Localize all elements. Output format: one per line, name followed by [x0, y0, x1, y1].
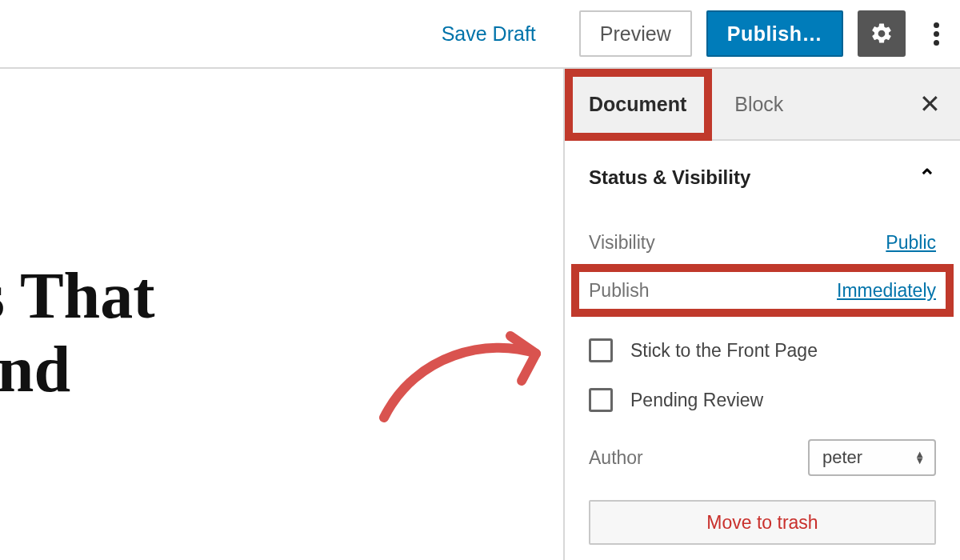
pending-checkbox[interactable]	[589, 388, 613, 412]
stick-label: Stick to the Front Page	[630, 340, 818, 362]
publish-label: Publish	[589, 280, 649, 302]
stick-checkbox[interactable]	[589, 338, 613, 362]
move-to-trash-button[interactable]: Move to trash	[589, 500, 936, 545]
pending-review-row: Pending Review	[589, 375, 936, 425]
author-label: Author	[589, 447, 643, 469]
gear-icon	[870, 22, 894, 46]
tab-document[interactable]: Document	[565, 69, 710, 139]
editor-canvas[interactable]: s That ind	[0, 69, 563, 560]
visibility-label: Visibility	[589, 232, 655, 254]
publish-value-link[interactable]: Immediately	[837, 280, 936, 302]
post-title[interactable]: s That ind	[0, 259, 155, 406]
top-toolbar: Save Draft Preview Publish…	[0, 0, 960, 69]
close-panel-button[interactable]: ✕	[919, 89, 941, 119]
settings-button[interactable]	[858, 10, 906, 57]
author-select-value: peter	[822, 447, 862, 468]
stick-front-page-row: Stick to the Front Page	[589, 326, 936, 375]
panel-toggle[interactable]: Status & Visibility ⌃	[589, 165, 936, 190]
status-visibility-panel: Status & Visibility ⌃ Visibility Public …	[565, 141, 960, 545]
select-stepper-icon: ▲▼	[914, 451, 925, 464]
sidebar-tabs: Document Block ✕	[565, 69, 960, 141]
panel-title: Status & Visibility	[589, 166, 750, 189]
save-draft-link[interactable]: Save Draft	[442, 22, 536, 46]
close-icon: ✕	[919, 90, 941, 118]
publish-row: Publish Immediately	[589, 266, 936, 314]
pending-label: Pending Review	[630, 390, 763, 411]
preview-button[interactable]: Preview	[579, 10, 692, 57]
annotation-arrow-icon	[376, 322, 560, 426]
more-options-button[interactable]	[920, 10, 952, 57]
settings-sidebar: Document Block ✕ Status & Visibility ⌃ V…	[563, 69, 960, 560]
tab-block[interactable]: Block	[710, 69, 807, 139]
author-select[interactable]: peter ▲▼	[808, 439, 936, 476]
chevron-up-icon: ⌃	[918, 165, 936, 190]
visibility-value-link[interactable]: Public	[886, 232, 936, 254]
visibility-row: Visibility Public	[589, 218, 936, 266]
vertical-dots-icon	[934, 22, 939, 46]
publish-button[interactable]: Publish…	[706, 10, 843, 57]
author-row: Author peter ▲▼	[589, 425, 936, 476]
